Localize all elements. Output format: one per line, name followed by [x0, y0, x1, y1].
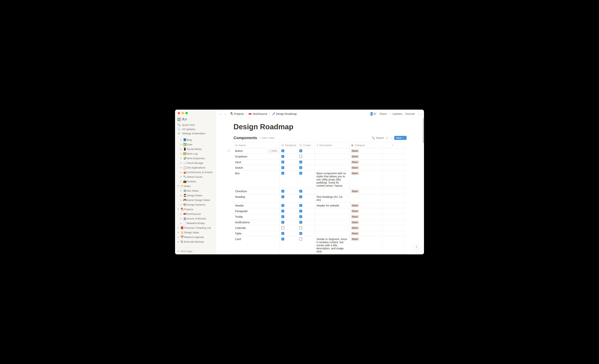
- checkbox[interactable]: ✓: [281, 195, 284, 198]
- cell-description[interactable]: Text headings (h1, h2, etc): [315, 194, 350, 203]
- cell-designed[interactable]: ✓: [280, 154, 298, 159]
- cell-coded[interactable]: [298, 225, 315, 231]
- table-row[interactable]: Box✓✓Base component with no styles that …: [234, 171, 407, 188]
- settings-button[interactable]: ⚙︎ Settings & Members: [176, 131, 215, 135]
- checkbox[interactable]: [299, 238, 302, 240]
- scrollbar[interactable]: [423, 118, 424, 143]
- cell-category[interactable]: Base: [350, 220, 382, 225]
- table-row[interactable]: Heading✓✓Text headings (h1, h2, etc): [234, 194, 407, 203]
- database-title[interactable]: Components: [234, 136, 257, 140]
- disclosure-arrow-icon[interactable]: ▶: [179, 218, 183, 219]
- more-options-button[interactable]: ···: [390, 136, 392, 139]
- column-header-designed[interactable]: ☑ Designed: [280, 142, 298, 148]
- table-row[interactable]: Switch✓✓Base: [234, 165, 407, 171]
- disclosure-arrow-icon[interactable]: ▶: [179, 180, 183, 182]
- close-window-button[interactable]: [178, 112, 180, 114]
- cell-description[interactable]: [315, 188, 350, 194]
- checkbox[interactable]: ✓: [281, 221, 284, 224]
- cell-name[interactable]: Button⤢ OPEN: [234, 148, 280, 154]
- breadcrumb-item[interactable]: 👨‍🔬Projects: [229, 112, 245, 116]
- column-header-category[interactable]: ◉ Category: [350, 142, 382, 148]
- cell-coded[interactable]: ✓: [298, 165, 315, 170]
- cell-coded[interactable]: [298, 154, 315, 159]
- cell-category[interactable]: Base: [350, 208, 382, 214]
- checkbox[interactable]: ✓: [281, 210, 284, 213]
- checkbox[interactable]: ✓: [281, 232, 284, 235]
- disclosure-arrow-icon[interactable]: ▶: [179, 162, 183, 164]
- table-row[interactable]: Header✓✓Header for websiteBase: [234, 203, 407, 208]
- cell-category[interactable]: Base: [350, 231, 382, 236]
- cell-category[interactable]: Base: [350, 214, 382, 219]
- disclosure-arrow-icon[interactable]: ▶: [177, 184, 179, 188]
- checkbox[interactable]: ✓: [299, 221, 302, 224]
- cell-name[interactable]: Header: [234, 203, 280, 208]
- disclosure-arrow-icon[interactable]: ▶: [179, 176, 183, 178]
- cell-description[interactable]: [315, 220, 350, 225]
- disclosure-arrow-icon[interactable]: ▶: [179, 171, 183, 173]
- cell-name[interactable]: Switch: [234, 165, 280, 170]
- cell-designed[interactable]: ✓: [280, 160, 298, 165]
- table-row[interactable]: Tooltip✓✓Base: [234, 214, 407, 220]
- checkbox[interactable]: ✓: [281, 238, 284, 240]
- checkbox[interactable]: [299, 155, 302, 158]
- cell-name[interactable]: Checkbox: [234, 188, 280, 194]
- breadcrumb-item[interactable]: 🖊️Design Roadmap: [271, 112, 298, 116]
- sidebar-page-item[interactable]: ▶🖼️Work Log: [176, 151, 215, 156]
- column-header-coded[interactable]: ☑ Coded: [298, 142, 315, 148]
- table-row[interactable]: Notifications✓✓Base: [234, 220, 407, 225]
- sidebar-page-item[interactable]: ▶📕Personal / Reading List: [176, 225, 215, 230]
- chevron-down-icon[interactable]: ⌄: [403, 137, 405, 139]
- cell-category[interactable]: Base: [350, 188, 382, 194]
- cell-category[interactable]: Base: [350, 160, 382, 165]
- disclosure-arrow-icon[interactable]: ▶: [179, 199, 183, 201]
- search-button[interactable]: 🔍 Search: [372, 136, 384, 140]
- disclosure-arrow-icon[interactable]: ▶: [179, 143, 183, 145]
- new-row-button[interactable]: New ⌄: [394, 136, 407, 140]
- cell-category[interactable]: Base: [350, 171, 382, 188]
- page-title[interactable]: Design Roadmap: [234, 123, 407, 131]
- disclosure-arrow-icon[interactable]: ▶: [176, 227, 180, 229]
- sidebar-page-item[interactable]: ▶🔧Github Issues: [176, 175, 215, 179]
- disclosure-arrow-icon[interactable]: ▶: [179, 213, 183, 215]
- checkbox[interactable]: ✓: [299, 190, 302, 193]
- cell-name[interactable]: Table: [234, 231, 280, 236]
- open-page-button[interactable]: ⤢ OPEN: [267, 149, 278, 153]
- checkbox[interactable]: ✓: [281, 149, 284, 152]
- sidebar-page-item[interactable]: ▶🎨Design Systems: [176, 202, 215, 207]
- cell-name[interactable]: Card: [234, 236, 280, 254]
- cell-designed[interactable]: [280, 225, 298, 231]
- cell-designed[interactable]: ✓: [280, 188, 298, 194]
- cell-description[interactable]: [315, 154, 350, 159]
- table-row[interactable]: Paragraph✓✓Base: [234, 208, 407, 214]
- cell-designed[interactable]: ✓: [280, 194, 298, 203]
- new-page-button[interactable]: + New page: [175, 248, 216, 254]
- cell-name[interactable]: Notifications: [234, 220, 280, 225]
- checkbox[interactable]: ✓: [299, 215, 302, 218]
- cell-name[interactable]: Calendar: [234, 225, 280, 231]
- column-header-description[interactable]: ≡ Description: [315, 142, 350, 148]
- sidebar-page-item[interactable]: ▶🎮Game Design Notes: [176, 198, 215, 202]
- checkbox[interactable]: ✓: [281, 204, 284, 207]
- workspace-switcher[interactable]: 亮 亮介 ⌄: [175, 116, 216, 122]
- table-row[interactable]: Checkbox✓✓Base: [234, 188, 407, 194]
- sidebar-page-item[interactable]: ▶📱Social Media: [176, 147, 215, 151]
- cell-category[interactable]: Base: [350, 225, 382, 231]
- table-row[interactable]: Input✓✓Base: [234, 160, 407, 165]
- cell-category[interactable]: Base: [350, 148, 382, 154]
- sidebar-page-item[interactable]: ▶☁️Cloud Storage: [176, 160, 215, 165]
- cell-coded[interactable]: ✓: [298, 220, 315, 225]
- sidebar-page-item[interactable]: ▶📅Rebecca Agenda: [176, 235, 215, 239]
- disclosure-arrow-icon[interactable]: ▶: [176, 241, 180, 243]
- cell-description[interactable]: Similar to Segment, since it contains co…: [315, 236, 350, 254]
- table-row[interactable]: + ⠿Button⤢ OPEN✓✓Base: [234, 148, 407, 154]
- drag-handle-icon[interactable]: ⠿: [229, 149, 230, 152]
- checkbox[interactable]: ✓: [299, 204, 302, 207]
- cell-category[interactable]: Base: [350, 236, 382, 254]
- cell-name[interactable]: Box: [234, 171, 280, 188]
- disclosure-arrow-icon[interactable]: ▶: [179, 167, 183, 169]
- disclosure-arrow-icon[interactable]: ▶: [179, 139, 183, 141]
- table-row[interactable]: Table✓✓Base: [234, 231, 407, 236]
- checkbox[interactable]: ✓: [299, 166, 302, 169]
- cell-designed[interactable]: ✓: [280, 208, 298, 214]
- cell-coded[interactable]: ✓: [298, 203, 315, 208]
